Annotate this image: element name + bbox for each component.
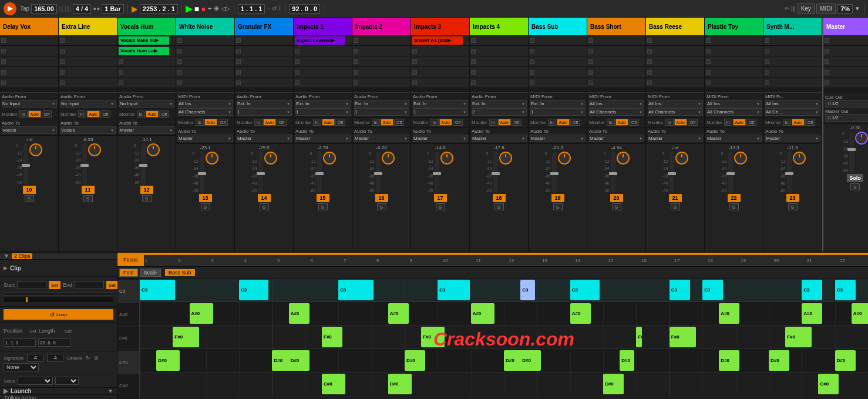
scene-slot-0-1[interactable] bbox=[0, 46, 58, 56]
mon-auto-9[interactable]: Auto bbox=[557, 119, 570, 126]
output-select-2[interactable]: Master bbox=[119, 126, 174, 134]
bpm-value[interactable]: 165.00 bbox=[31, 4, 57, 14]
scene-slot-13-4[interactable] bbox=[763, 78, 822, 88]
scene-slot-5-1[interactable] bbox=[294, 46, 352, 56]
track-num-btn-1[interactable]: 11 bbox=[82, 186, 95, 194]
track-num-btn-11[interactable]: 21 bbox=[669, 194, 682, 202]
track-num-btn-5[interactable]: 15 bbox=[317, 194, 329, 202]
length-input[interactable] bbox=[38, 338, 70, 347]
scene-slot-13-1[interactable] bbox=[763, 46, 822, 56]
mon-in-4[interactable]: In bbox=[254, 119, 263, 126]
scene-slot-7-0[interactable]: Shaker A1 [202▶ bbox=[411, 35, 469, 46]
input-select-9[interactable]: Ext. In bbox=[530, 100, 586, 108]
scene-slot-10-1[interactable] bbox=[587, 46, 645, 56]
mon-off-1[interactable]: Off bbox=[100, 110, 110, 118]
note-block-24[interactable]: D#0 bbox=[156, 350, 180, 371]
vol-knob-4[interactable] bbox=[264, 152, 277, 165]
output-select-9[interactable]: Master bbox=[530, 135, 586, 142]
scale-btn[interactable]: Scale bbox=[140, 269, 162, 277]
vol-knob-0[interactable] bbox=[29, 143, 42, 156]
input2-select-4[interactable]: 1 bbox=[237, 108, 292, 116]
scene-slot-8-1[interactable] bbox=[470, 46, 528, 56]
output-select-5[interactable]: Master bbox=[295, 135, 351, 142]
output-select-4[interactable]: Master bbox=[237, 135, 292, 142]
track-num-btn-7[interactable]: 17 bbox=[434, 194, 447, 202]
scene-slot-9-2[interactable] bbox=[529, 56, 587, 67]
input2-select-8[interactable]: 2 bbox=[472, 108, 527, 116]
track-name-4[interactable]: Granular FX bbox=[235, 18, 293, 35]
mon-auto-4[interactable]: Auto bbox=[263, 119, 276, 126]
scene-slot-1-3[interactable] bbox=[59, 67, 117, 78]
track-divider-2[interactable] bbox=[117, 88, 176, 93]
output-select-11[interactable]: Master bbox=[648, 135, 703, 142]
solo-btn-12[interactable]: S bbox=[729, 203, 739, 210]
track-num-btn-9[interactable]: 19 bbox=[551, 194, 564, 202]
track-name-11[interactable]: Bass Reese bbox=[646, 18, 704, 35]
note-block-26[interactable]: D#0 bbox=[289, 350, 309, 371]
master-out-select[interactable]: II 1/2 bbox=[825, 114, 868, 122]
fader-11[interactable] bbox=[669, 152, 674, 193]
note-block-17[interactable]: A#0 bbox=[852, 303, 868, 324]
master-scene-2[interactable] bbox=[823, 56, 868, 67]
vol-knob-6[interactable] bbox=[382, 152, 395, 165]
solo-btn-13[interactable]: S bbox=[788, 203, 798, 210]
track-divider-4[interactable] bbox=[235, 88, 293, 93]
input2-select-7[interactable]: 1 bbox=[413, 108, 468, 116]
vol-knob-9[interactable] bbox=[558, 152, 571, 165]
start-set-btn[interactable]: Set bbox=[49, 281, 60, 289]
scene-slot-8-0[interactable] bbox=[470, 35, 528, 46]
input-select-12[interactable]: All Ins bbox=[706, 100, 762, 108]
fader-12[interactable] bbox=[728, 152, 733, 193]
position-input[interactable] bbox=[4, 338, 36, 347]
input2-select-5[interactable]: 1 bbox=[295, 108, 351, 116]
scene-slot-8-3[interactable] bbox=[470, 67, 528, 78]
scene-slot-2-3[interactable] bbox=[117, 67, 176, 78]
master-num-btn[interactable]: Solo bbox=[847, 174, 863, 182]
fader-10[interactable] bbox=[611, 152, 615, 193]
note-block-7[interactable]: C3 bbox=[702, 280, 723, 300]
track-name-2[interactable]: Vocals Hum bbox=[117, 18, 176, 35]
scene-slot-13-0[interactable] bbox=[763, 35, 822, 46]
track-divider-1[interactable] bbox=[59, 88, 117, 93]
track-name-3[interactable]: White Noise bbox=[176, 18, 234, 35]
note-block-3[interactable]: C3 bbox=[438, 280, 470, 300]
scale-select[interactable] bbox=[18, 377, 53, 385]
scene-slot-1-0[interactable] bbox=[59, 35, 117, 46]
track-divider-11[interactable] bbox=[646, 88, 704, 93]
input2-select-6[interactable]: 1 bbox=[354, 108, 409, 116]
output-select-1[interactable]: Vocals bbox=[60, 126, 116, 134]
note-block-18[interactable]: F#0 bbox=[173, 327, 199, 347]
zoom-dropdown[interactable]: ▼ bbox=[854, 5, 860, 12]
scene-slot-3-1[interactable] bbox=[176, 46, 234, 56]
vol-knob-3[interactable] bbox=[206, 152, 218, 165]
note-block-34[interactable]: C#0 bbox=[322, 374, 345, 394]
app-logo[interactable]: ▶ bbox=[4, 2, 16, 15]
scene-slot-1-2[interactable] bbox=[59, 56, 117, 67]
mon-off-9[interactable]: Off bbox=[570, 119, 580, 126]
master-scene-3[interactable] bbox=[823, 67, 868, 78]
note-block-13[interactable]: A#0 bbox=[471, 303, 494, 324]
input2-select-11[interactable]: All Channels bbox=[648, 108, 703, 116]
end-input[interactable] bbox=[75, 281, 104, 289]
scene-slot-1-4[interactable] bbox=[59, 78, 117, 88]
input2-select-13[interactable]: All Ch... bbox=[765, 108, 820, 116]
fold-btn[interactable]: Fold bbox=[119, 269, 138, 277]
scene-slot-2-0[interactable]: Vocals Make Yo▶ bbox=[117, 35, 176, 46]
key-btn[interactable]: Key bbox=[798, 4, 815, 14]
key-Csharp0[interactable]: C#0 bbox=[117, 374, 139, 398]
solo-btn-6[interactable]: S bbox=[377, 203, 386, 210]
mon-in-0[interactable]: In bbox=[19, 110, 28, 118]
clips-expand[interactable]: ▼ bbox=[4, 253, 9, 259]
track-divider-6[interactable] bbox=[352, 88, 411, 93]
mon-auto-0[interactable]: Auto bbox=[28, 110, 41, 118]
note-block-15[interactable]: A#0 bbox=[719, 303, 739, 324]
solo-btn-9[interactable]: S bbox=[553, 203, 563, 210]
scene-slot-7-3[interactable] bbox=[411, 67, 469, 78]
scene-slot-11-4[interactable] bbox=[646, 78, 704, 88]
groove-settings-icon[interactable]: ⊕ bbox=[94, 355, 99, 361]
note-block-37[interactable]: C#0 bbox=[818, 374, 839, 394]
scene-slot-12-1[interactable] bbox=[705, 46, 763, 56]
note-block-36[interactable]: C#0 bbox=[603, 374, 624, 394]
vol-knob-2[interactable] bbox=[147, 143, 160, 156]
scene-slot-9-0[interactable] bbox=[529, 35, 587, 46]
